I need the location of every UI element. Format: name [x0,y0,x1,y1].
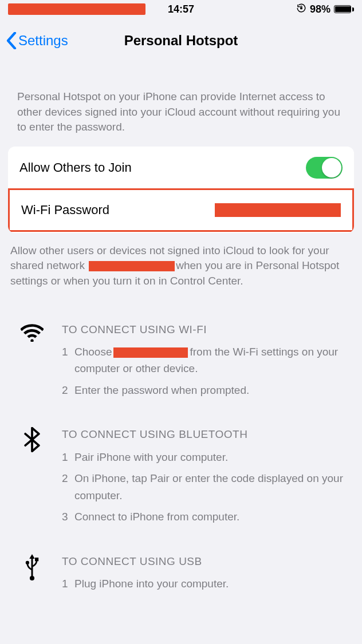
step-number: 3 [62,508,70,525]
instructions: TO CONNECT USING WI-FI 1 Choosefrom the … [0,289,362,597]
wifi-step2-text: Enter the password when prompted. [74,382,249,398]
bluetooth-instructions: TO CONNECT USING BLUETOOTH 1 Pair iPhone… [19,426,351,530]
step-number: 2 [62,382,70,398]
redacted-ssid [113,347,188,358]
step-number: 2 [62,470,70,504]
page-title: Personal Hotspot [0,33,362,49]
wifi-instructions: TO CONNECT USING WI-FI 1 Choosefrom the … [19,321,351,404]
wifi-password-highlight: Wi-Fi Password [8,188,354,232]
allow-others-row[interactable]: Allow Others to Join [8,147,354,189]
bt-step-3: 3 Connect to iPhone from computer. [62,508,351,525]
wifi-icon [19,321,45,404]
usb-instructions-title: TO CONNECT USING USB [62,553,351,570]
usb-step-1: 1 Plug iPhone into your computer. [62,575,351,592]
wifi-step-2: 2 Enter the password when prompted. [62,382,351,398]
bt-step2-text: On iPhone, tap Pair or enter the code di… [74,470,351,504]
footer-description: Allow other users or devices not signed … [0,233,362,289]
hero-description: Personal Hotspot on your iPhone can prov… [0,57,362,147]
nav-bar: Settings Personal Hotspot [0,24,362,57]
allow-others-toggle[interactable] [306,157,343,179]
bt-step-2: 2 On iPhone, tap Pair or enter the code … [62,470,351,504]
settings-card: Allow Others to Join Wi-Fi Password [8,147,354,233]
step-number: 1 [62,449,70,465]
bluetooth-icon [19,426,45,530]
svg-rect-3 [35,558,38,561]
svg-point-1 [30,575,34,580]
usb-icon [19,553,45,597]
bt-step1-text: Pair iPhone with your computer. [74,449,228,465]
redacted-password [215,203,341,217]
status-bar: 14:57 98% [0,0,362,16]
wifi-step1-a: Choose [74,346,112,358]
status-time: 14:57 [0,3,362,15]
bt-step3-text: Connect to iPhone from computer. [74,508,239,525]
usb-step1-text: Plug iPhone into your computer. [74,575,229,592]
toggle-knob [322,158,341,177]
wifi-step-1: 1 Choosefrom the Wi-Fi settings on your … [62,343,351,377]
allow-others-label: Allow Others to Join [19,160,132,175]
bluetooth-instructions-title: TO CONNECT USING BLUETOOTH [62,426,351,442]
bt-step-1: 1 Pair iPhone with your computer. [62,449,351,465]
wifi-instructions-title: TO CONNECT USING WI-FI [62,321,351,338]
step-number: 1 [62,343,70,377]
battery-icon [334,5,354,13]
redacted-network-name [89,261,175,271]
svg-point-2 [26,560,29,564]
usb-instructions: TO CONNECT USING USB 1 Plug iPhone into … [19,553,351,597]
wifi-password-label: Wi-Fi Password [21,203,109,218]
step-number: 1 [62,575,70,592]
wifi-password-row[interactable]: Wi-Fi Password [10,190,352,230]
